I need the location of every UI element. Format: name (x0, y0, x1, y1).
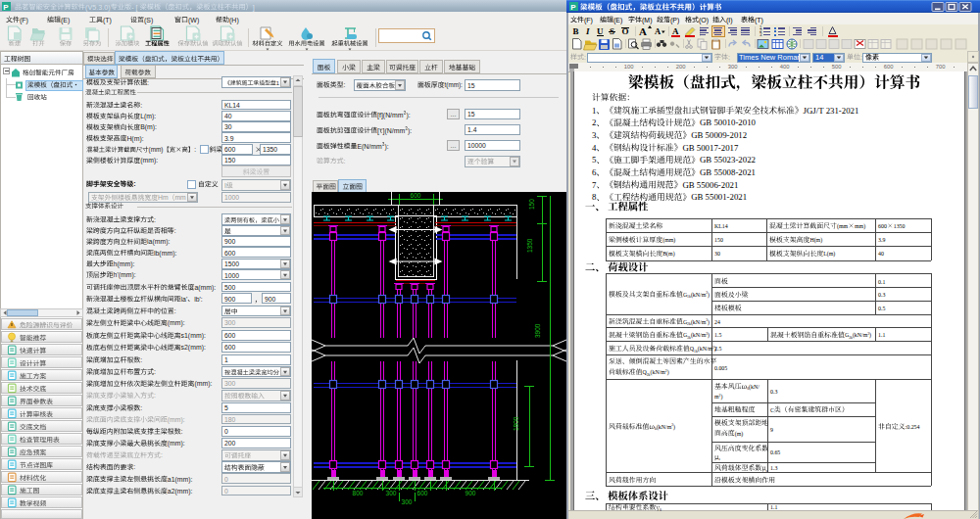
svg-text:GB 55023-2022: GB 55023-2022 (700, 155, 756, 165)
svg-text:(mm: (mm (837, 223, 849, 230)
svg-text:KL14: KL14 (224, 102, 240, 109)
svg-text:700: 700 (936, 64, 946, 70)
svg-text::: : (174, 227, 176, 234)
svg-text:8: 8 (592, 192, 597, 202)
svg-text:a2(mm):: a2(mm): (168, 488, 193, 495)
svg-text:GB 55001-2021: GB 55001-2021 (691, 192, 747, 202)
svg-text:(O): (O) (699, 17, 709, 24)
svg-text:): ) (708, 319, 710, 326)
svg-text::: : (344, 158, 346, 165)
svg-text:300: 300 (402, 498, 413, 505)
svg-text:1350: 1350 (263, 146, 277, 153)
svg-text:Hm: Hm (158, 194, 169, 201)
svg-text:la': la' (181, 296, 188, 303)
svg-text::: : (174, 307, 176, 314)
svg-text:a(mm):: a(mm): (194, 284, 216, 292)
svg-text:600: 600 (878, 223, 887, 229)
svg-text:600: 600 (417, 490, 428, 496)
svg-text:[f](N/mm: [f](N/mm (377, 112, 404, 119)
svg-text:600: 600 (224, 332, 236, 339)
svg-text::: : (147, 79, 149, 86)
svg-text:): ) (708, 292, 710, 299)
svg-text:400: 400 (780, 64, 790, 70)
svg-text::: : (344, 81, 346, 88)
svg-text:(E): (E) (61, 17, 70, 24)
svg-text:0: 0 (660, 508, 662, 512)
svg-text:200: 200 (676, 64, 686, 70)
svg-text:[: [ (377, 127, 379, 135)
svg-text:A: A (655, 26, 662, 36)
svg-text:7: 7 (592, 180, 597, 190)
svg-text:(kN/m: (kN/m (698, 346, 713, 353)
svg-text:2.5: 2.5 (714, 346, 721, 352)
svg-text:2: 2 (592, 118, 596, 127)
svg-text:3.9: 3.9 (224, 135, 234, 142)
svg-text:KL14: KL14 (714, 223, 728, 229)
svg-text:):: ): (385, 143, 389, 151)
svg-text:(mm):: (mm): (168, 416, 185, 424)
svg-text:P: P (3, 3, 9, 12)
svg-text:(T): (T) (103, 17, 112, 24)
svg-text:A: A (672, 26, 679, 36)
svg-text:150: 150 (714, 237, 723, 243)
svg-text:0: 0 (224, 476, 228, 483)
svg-text:GB 50009-2012: GB 50009-2012 (691, 130, 747, 140)
svg-text:500: 500 (832, 64, 842, 70)
svg-text:1000: 1000 (224, 194, 239, 201)
svg-text:): ) (708, 332, 710, 339)
svg-text:150: 150 (528, 199, 535, 210)
svg-text:40: 40 (878, 251, 884, 257)
svg-text:1: 1 (592, 106, 596, 116)
svg-text:E(N/mm: E(N/mm (357, 143, 382, 151)
svg-text:1: 1 (276, 80, 279, 86)
svg-text:300: 300 (728, 64, 738, 70)
svg-text:30: 30 (714, 251, 720, 257)
svg-text:...: ... (451, 141, 457, 150)
svg-text:(W): (W) (188, 17, 199, 24)
svg-text:lb':: lb': (194, 296, 203, 303)
svg-text:(V5.3.0): (V5.3.0) (85, 3, 111, 12)
svg-text:GB 55006-2021: GB 55006-2021 (682, 180, 738, 190)
svg-text:14: 14 (815, 53, 823, 62)
svg-text:0.005: 0.005 (714, 365, 727, 371)
svg-text:s1(mm):: s1(mm): (181, 332, 206, 340)
svg-text:(P): (P) (670, 17, 679, 24)
svg-text:1.4: 1.4 (467, 126, 477, 133)
svg-text::: : (133, 463, 135, 470)
svg-text:900: 900 (466, 490, 476, 496)
svg-text:(I): (I) (726, 17, 733, 24)
svg-text:(kN/: (kN/ (749, 384, 760, 391)
svg-text:U: U (597, 26, 604, 36)
svg-text:9: 9 (770, 427, 773, 433)
svg-text:GB 50017-2017: GB 50017-2017 (682, 143, 739, 153)
svg-text:600: 600 (884, 64, 894, 70)
svg-text:5: 5 (592, 155, 597, 165)
svg-text:(kN/m: (kN/m (691, 332, 707, 339)
svg-text:I: I (585, 26, 590, 36)
svg-text:600: 600 (224, 146, 236, 153)
svg-text:300: 300 (224, 380, 236, 387)
svg-text:10000: 10000 (467, 142, 486, 149)
svg-text:(mm):: (mm): (194, 380, 212, 388)
svg-text:5: 5 (224, 404, 228, 411)
svg-text:(H): (H) (229, 17, 239, 24)
svg-text:600: 600 (224, 344, 236, 351)
svg-text:1800: 1800 (513, 416, 519, 431)
svg-text:(F): (F) (584, 17, 593, 24)
svg-text:300: 300 (224, 319, 236, 326)
svg-text:L(m): L(m) (823, 251, 835, 258)
svg-text:1.1: 1.1 (770, 504, 777, 510)
svg-text:40: 40 (224, 113, 232, 119)
svg-text:s2(mm):: s2(mm): (181, 344, 206, 352)
svg-text:): ) (673, 424, 675, 431)
svg-text:I: I (224, 182, 226, 189)
svg-text:...: ... (451, 110, 457, 118)
svg-text:GB 50010-2010: GB 50010-2010 (700, 118, 757, 127)
svg-text:GB 55008-2021: GB 55008-2021 (700, 167, 756, 177)
svg-text:900: 900 (265, 296, 276, 303)
svg-text:0.3: 0.3 (878, 292, 885, 298)
svg-text:300: 300 (386, 490, 397, 496)
svg-text:(kN/m: (kN/m (853, 332, 868, 339)
svg-text::: : (181, 428, 183, 435)
svg-text:600: 600 (224, 250, 236, 257)
